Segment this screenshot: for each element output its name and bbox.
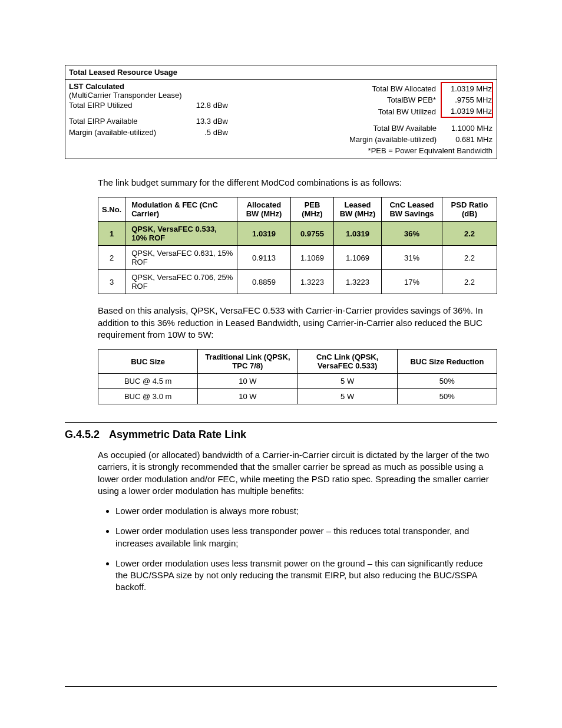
list-item: Lower order modulation uses less transpo… [115, 525, 497, 549]
analysis-paragraph: Based on this analysis, QPSK, VersaFEC 0… [98, 305, 497, 341]
col-buc: BUC Size [98, 350, 198, 374]
footer-rule [65, 686, 497, 687]
table-row: 3QPSK, VersaFEC 0.706, 25% ROF0.88591.32… [98, 270, 497, 294]
section-paragraph: As occupied (or allocated) bandwidth of … [98, 449, 497, 497]
res-right-row: TotalBW PEB*.9755 MHz [240, 94, 492, 106]
res-right-row: Margin (available-utilized)0.681 MHz [240, 134, 492, 145]
col-cnc: CnC Link (QPSK, VersaFEC 0.533) [297, 350, 397, 374]
section-title: Asymmetric Data Rate Link [109, 429, 246, 440]
col-psd: PSD Ratio (dB) [442, 197, 497, 222]
bullet-list: Lower order modulation is always more ro… [98, 505, 497, 594]
res-left-row: Total EIRP Utilized12.8 dBw [69, 100, 240, 111]
modcod-table: S.No. Modulation & FEC (CnC Carrier) All… [98, 197, 497, 294]
lst-sub: (MultiCarrier Transponder Lease) [69, 91, 240, 100]
col-sav: CnC Leased BW Savings [382, 197, 442, 222]
page: Total Leased Resource Usage LST Calculat… [0, 0, 562, 728]
resource-left-col: LST Calculated (MultiCarrier Transponder… [69, 82, 240, 156]
col-red: BUC Size Reduction [397, 350, 497, 374]
lst-header: LST Calculated [69, 82, 240, 91]
col-abw: Allocated BW (MHz) [237, 197, 291, 222]
section-heading: G.4.5.2Asymmetric Data Rate Link [65, 422, 497, 441]
section-number: G.4.5.2 [65, 429, 100, 440]
list-item: Lower order modulation is always more ro… [115, 505, 497, 517]
table-row: 2QPSK, VersaFEC 0.631, 15% ROF0.91131.10… [98, 246, 497, 270]
res-right-row: Total BW Utilized1.0319 MHz [240, 106, 492, 117]
col-trad: Traditional Link (QPSK, TPC 7/8) [198, 350, 297, 374]
res-right-row: Total BW Available1.1000 MHz [240, 117, 492, 134]
res-left-row: Total EIRP Available13.3 dBw [69, 111, 240, 127]
buc-table: BUC Size Traditional Link (QPSK, TPC 7/8… [98, 349, 497, 404]
resource-right-col: Total BW Allocated1.0319 MHz TotalBW PEB… [240, 82, 493, 156]
resource-title: Total Leased Resource Usage [65, 65, 497, 80]
col-lbw: Leased BW (MHz) [334, 197, 382, 222]
table-row: BUC @ 4.5 m10 W5 W50% [98, 374, 497, 389]
table-row: 1QPSK, VersaFEC 0.533, 10% ROF1.03190.97… [98, 222, 497, 246]
res-left-row: Margin (available-utilized).5 dBw [69, 127, 240, 138]
list-item: Lower order modulation uses less transmi… [115, 558, 497, 594]
peb-footnote: *PEB = Power Equivalent Bandwidth [240, 145, 492, 156]
resource-usage-box: Total Leased Resource Usage LST Calculat… [65, 65, 497, 159]
intro-paragraph: The link budget summary for the differen… [98, 177, 497, 189]
col-mod: Modulation & FEC (CnC Carrier) [125, 197, 237, 222]
table-row: BUC @ 3.0 m10 W5 W50% [98, 389, 497, 404]
res-right-row: Total BW Allocated1.0319 MHz [240, 83, 492, 94]
col-peb: PEB (MHz) [291, 197, 334, 222]
col-sno: S.No. [98, 197, 125, 222]
